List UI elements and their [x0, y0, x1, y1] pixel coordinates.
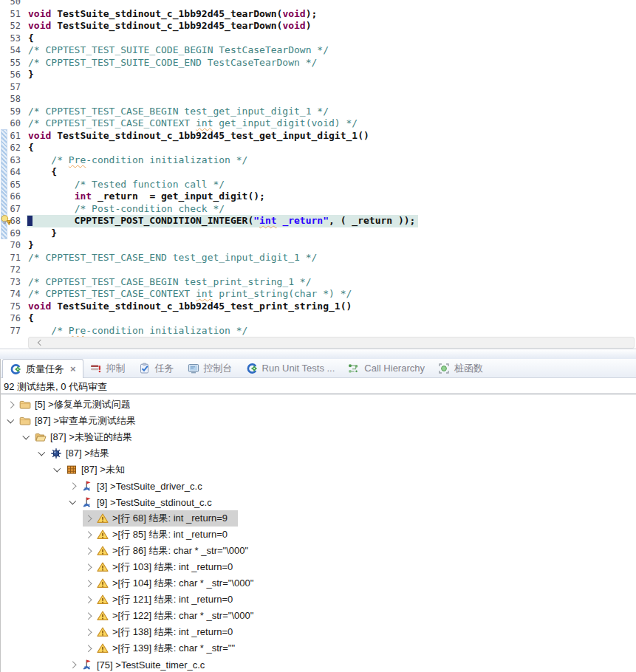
code-text[interactable]: {	[27, 166, 60, 179]
code-text[interactable]: /* Pre-condition initialization */	[27, 154, 250, 167]
code-token: /* CPPTEST_TEST_CASE_BEGIN test_get_inpu…	[28, 106, 329, 117]
code-token: /* CPPTEST_TEST_CASE_BEGIN test_print_st…	[28, 276, 312, 287]
tab-stub-functions[interactable]: 桩函数	[431, 359, 490, 377]
suppressions-icon	[90, 363, 102, 374]
line-number: 76	[0, 312, 27, 325]
tree-row[interactable]: >[行 68] 结果: int _return=9	[1, 510, 636, 527]
tree-row[interactable]: [87] >结果	[1, 445, 636, 462]
scroll-left-icon[interactable]	[36, 339, 44, 346]
tree-row[interactable]: >[行 122] 结果: char * _str="\000"	[1, 608, 636, 624]
chevron-right-icon[interactable]	[84, 514, 93, 523]
tab-tasks[interactable]: 任务	[132, 359, 181, 377]
code-text[interactable]: /* CPPTEST_TEST_CASE_BEGIN test_print_st…	[27, 276, 315, 289]
tab-console[interactable]: 控制台	[181, 359, 239, 377]
code-text[interactable]: /* Tested function call */	[27, 179, 228, 191]
code-token: get_input_digit(void) */	[213, 117, 358, 128]
tab-suppressions[interactable]: 抑制	[83, 359, 132, 377]
code-text[interactable]: /* CPPTEST_TEST_CASE_CONTEXT int get_inp…	[27, 117, 360, 130]
code-editor[interactable]: 5051void TestSuite_stdinout_c_1bb92d45_t…	[0, 0, 636, 337]
chevron-right-icon[interactable]	[7, 400, 16, 409]
tree-row[interactable]: [5] >修复单元测试问题	[1, 397, 636, 413]
code-token: {	[28, 312, 34, 323]
code-lines: 5051void TestSuite_stdinout_c_1bb92d45_t…	[0, 0, 636, 337]
editor-panel-sash[interactable]	[0, 349, 636, 359]
code-text[interactable]: void TestSuite_stdinout_c_1bb92d45_tearD…	[27, 8, 320, 21]
tab-call-hierarchy[interactable]: Call Hierarchy	[341, 359, 431, 377]
code-text[interactable]: /* Pre-condition initialization */	[27, 325, 250, 337]
code-token: /* Post-condition check */	[75, 203, 225, 214]
code-text[interactable]: {	[27, 312, 37, 325]
code-text[interactable]: /* CPPTEST_TEST_CASE_END test_get_input_…	[27, 252, 320, 264]
tree-row[interactable]: [3] >TestSuite_driver_c.c	[1, 478, 636, 494]
chevron-right-icon[interactable]	[84, 563, 93, 572]
code-text[interactable]: void TestSuite_stdinout_c_1bb92d45_test_…	[27, 301, 355, 313]
tree-row-body: >[行 139] 结果: char * _str=""	[83, 640, 245, 656]
tree-row[interactable]: >[行 139] 结果: char * _str=""	[1, 640, 636, 656]
code-line: 58	[0, 93, 636, 106]
chevron-right-icon[interactable]	[69, 481, 78, 490]
tree-row[interactable]: [9] >TestSuite_stdinout_c.c	[1, 494, 636, 510]
chevron-right-icon[interactable]	[69, 660, 78, 669]
warning-icon	[97, 561, 109, 573]
tree-row-body: [87] >审查单元测试结果	[5, 413, 146, 429]
tree-row[interactable]: >[行 85] 结果: int _return=0	[1, 527, 636, 543]
line-number: 58	[0, 93, 27, 106]
code-line: 54/* CPPTEST_TEST_SUITE_CODE_BEGIN TestC…	[0, 44, 636, 57]
line-number: 56	[0, 69, 27, 81]
chevron-right-icon[interactable]	[84, 611, 93, 620]
code-token	[28, 154, 51, 165]
code-text[interactable]: /* CPPTEST_TEST_CASE_CONTEXT int print_s…	[27, 288, 355, 301]
tree-row-body: [87] >结果	[36, 445, 120, 462]
chevron-right-icon[interactable]	[84, 546, 93, 555]
tasks-icon	[139, 363, 151, 374]
code-text[interactable]	[27, 93, 31, 106]
chevron-right-icon[interactable]	[84, 530, 93, 539]
code-text[interactable]: void TestSuite_stdinout_c_1bb92d45_tearD…	[27, 20, 315, 32]
tree-row[interactable]: >[行 103] 结果: int _return=0	[1, 559, 636, 575]
code-text[interactable]: /* CPPTEST_TEST_SUITE_CODE_END TestCaseT…	[27, 57, 320, 69]
code-text[interactable]: void TestSuite_stdinout_c_1bb92d45_test_…	[27, 130, 372, 143]
tab-run-unit-tests[interactable]: Run Unit Tests ...	[239, 359, 342, 377]
editor-horizontal-scrollbar[interactable]	[28, 337, 635, 349]
close-icon[interactable]: ×	[70, 363, 76, 374]
chevron-down-icon[interactable]	[38, 449, 47, 458]
code-text[interactable]: }	[27, 239, 37, 252]
chevron-right-icon[interactable]	[84, 579, 93, 588]
tree-row[interactable]: >[行 138] 结果: int _return=0	[1, 624, 636, 640]
code-text[interactable]: /* Post-condition check */	[27, 203, 228, 216]
code-text[interactable]	[27, 0, 31, 8]
code-text[interactable]: {	[27, 142, 37, 154]
tree-row[interactable]: [87] >未知	[1, 462, 636, 478]
chevron-right-icon[interactable]	[84, 644, 93, 653]
code-token: Pre	[69, 154, 86, 165]
code-line: 72	[0, 264, 636, 276]
chevron-right-icon[interactable]	[84, 595, 93, 604]
code-line: 71/* CPPTEST_TEST_CASE_END test_get_inpu…	[0, 252, 636, 264]
tree-row[interactable]: >[行 86] 结果: char * _str="\000"	[1, 543, 636, 559]
code-text[interactable]: CPPTEST_POST_CONDITION_INTEGER("int _ret…	[27, 215, 418, 227]
tree-row-body: [5] >修复单元测试问题	[5, 397, 141, 413]
warning-icon	[97, 626, 109, 638]
code-text[interactable]: {	[27, 32, 37, 45]
tree-row[interactable]: [87] >未验证的结果	[1, 429, 636, 445]
code-text[interactable]	[27, 264, 31, 276]
code-text[interactable]: }	[27, 69, 37, 81]
warning-icon	[97, 577, 109, 589]
chevron-down-icon[interactable]	[7, 416, 16, 425]
tree-row[interactable]: >[行 104] 结果: char * _str="\000"	[1, 575, 636, 592]
code-text[interactable]: int _return = get_input_digit();	[27, 191, 268, 203]
chevron-down-icon[interactable]	[22, 433, 31, 442]
quick-fix-lightbulb-icon[interactable]	[0, 214, 12, 226]
chevron-down-icon[interactable]	[69, 498, 78, 507]
code-text[interactable]: /* CPPTEST_TEST_CASE_BEGIN test_get_inpu…	[27, 106, 332, 118]
chevron-down-icon[interactable]	[53, 465, 62, 474]
tree-row[interactable]: [75] >TestSuite_timer_c.c	[1, 656, 636, 672]
tab-quality-tasks[interactable]: 质量任务×	[2, 359, 83, 378]
code-text[interactable]: }	[27, 227, 60, 240]
code-token: void	[282, 20, 305, 31]
tree-row[interactable]: [87] >审查单元测试结果	[1, 413, 636, 429]
chevron-right-icon[interactable]	[84, 628, 93, 637]
tree-row[interactable]: >[行 121] 结果: int _return=0	[1, 592, 636, 608]
code-text[interactable]	[27, 81, 31, 94]
code-text[interactable]: /* CPPTEST_TEST_SUITE_CODE_BEGIN TestCas…	[27, 44, 332, 57]
